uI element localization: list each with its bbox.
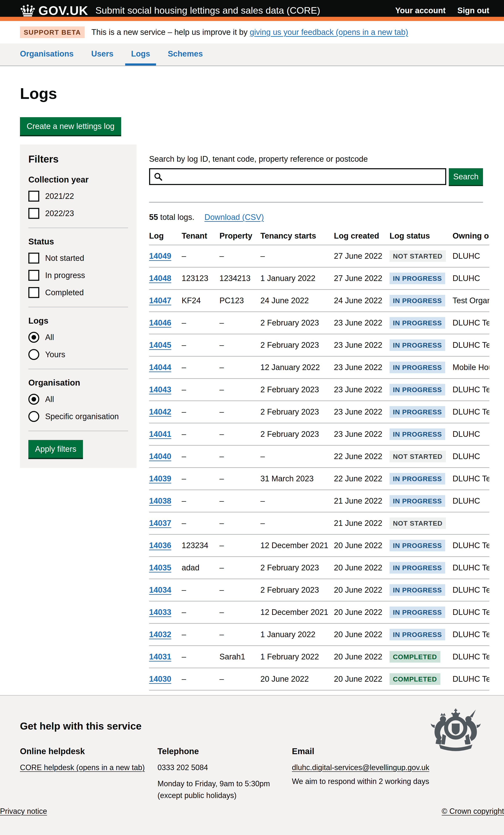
filter-group-label: Status [28, 237, 128, 246]
log-created-cell: 21 June 2022 [334, 490, 389, 512]
property-cell: – [219, 357, 260, 379]
privacy-notice-link[interactable]: Privacy notice [0, 807, 47, 816]
log-id-link[interactable]: 14031 [149, 652, 172, 661]
search-button[interactable]: Search [449, 168, 483, 185]
property-cell: – [219, 557, 260, 579]
column-header-log-status: Log status [389, 228, 452, 245]
log-status-cell: IN PROGRESS [389, 423, 452, 445]
crown-copyright-link[interactable]: © Crown copyright [442, 807, 504, 816]
service-name-link[interactable]: Submit social housing lettings and sales… [95, 5, 395, 16]
owning-organisation-cell: DLUHC Tes [452, 468, 489, 490]
royal-coat-of-arms [429, 707, 482, 752]
create-lettings-log-button[interactable]: Create a new lettings log [20, 117, 121, 135]
log-status-cell: IN PROGRESS [389, 624, 452, 646]
checkbox-box[interactable] [28, 270, 39, 281]
property-cell: – [219, 423, 260, 445]
property-cell: – [219, 512, 260, 534]
table-row: 14037 – – – 21 June 2022 NOT STARTED [149, 512, 489, 534]
tenant-cell: – [182, 512, 219, 534]
sign-out-link[interactable]: Sign out [457, 6, 489, 15]
checkbox-box[interactable] [28, 208, 39, 219]
tenancy-starts-cell: – [260, 512, 334, 534]
log-created-cell: 27 June 2022 [334, 245, 389, 267]
status-badge: IN PROGRESS [389, 629, 445, 640]
log-id-link[interactable]: 14047 [149, 296, 172, 305]
filter-divider [28, 431, 128, 431]
log-id-link[interactable]: 14037 [149, 519, 172, 528]
checkbox-option-2021-22[interactable]: 2021/22 [28, 191, 128, 202]
table-row: 14044 – – 12 January 2022 23 June 2022 I… [149, 357, 489, 379]
table-row: 14036 123234 – 12 December 2021 20 June … [149, 534, 489, 557]
log-status-cell: IN PROGRESS [389, 267, 452, 290]
nav-item-users[interactable]: Users [85, 43, 120, 65]
log-created-cell: 20 June 2022 [334, 624, 389, 646]
support-beta-tag: SUPPORT BETA [20, 26, 85, 38]
checkbox-box[interactable] [28, 287, 39, 298]
log-id-link[interactable]: 14033 [149, 608, 172, 616]
log-id-link[interactable]: 14040 [149, 452, 172, 461]
radio-label: Yours [45, 350, 65, 359]
radio-option-all-logs[interactable]: All [28, 332, 128, 343]
log-id-link[interactable]: 14038 [149, 496, 172, 505]
radio-option-yours[interactable]: Yours [28, 349, 128, 360]
log-id-link[interactable]: 14043 [149, 385, 172, 394]
property-cell: – [219, 245, 260, 267]
nav-item-logs[interactable]: Logs [125, 43, 156, 65]
log-id-link[interactable]: 14045 [149, 341, 172, 349]
checkbox-box[interactable] [28, 253, 39, 264]
radio-button[interactable] [28, 394, 39, 405]
checkbox-option-in-progress[interactable]: In progress [28, 270, 128, 281]
log-id-link[interactable]: 14032 [149, 630, 172, 639]
log-id-link[interactable]: 14049 [149, 251, 172, 260]
apply-filters-button[interactable]: Apply filters [28, 440, 83, 458]
log-id-link[interactable]: 14042 [149, 407, 172, 416]
log-id-link[interactable]: 14036 [149, 541, 172, 550]
log-id-link[interactable]: 14041 [149, 430, 172, 439]
filters-panel: Filters Collection year 2021/22 2022/23 … [20, 144, 137, 468]
owning-organisation-cell: DLUHC Tes [452, 624, 489, 646]
checkbox-option-not-started[interactable]: Not started [28, 253, 128, 264]
property-cell: – [219, 579, 260, 601]
log-id-link[interactable]: 14030 [149, 675, 172, 684]
checkbox-box[interactable] [28, 191, 39, 202]
radio-button[interactable] [28, 332, 39, 343]
filter-group-status: Status Not started In progress Completed [28, 237, 128, 298]
checkbox-option-completed[interactable]: Completed [28, 287, 128, 298]
email-link[interactable]: dluhc.digital-services@levellingup.gov.u… [292, 763, 429, 772]
checkbox-option-2022-23[interactable]: 2022/23 [28, 208, 128, 219]
radio-label: Specific organisation [45, 412, 119, 421]
log-id-link[interactable]: 14044 [149, 363, 172, 372]
nav-item-organisations[interactable]: Organisations [14, 43, 80, 65]
property-cell: – [219, 668, 260, 690]
log-status-cell: IN PROGRESS [389, 334, 452, 357]
govuk-logo-link[interactable]: GOV.UK [20, 3, 88, 18]
table-row: 14043 – – 2 February 2023 23 June 2022 I… [149, 379, 489, 401]
core-helpdesk-link[interactable]: CORE helpdesk (opens in a new tab) [20, 763, 145, 772]
nav-item-schemes[interactable]: Schemes [162, 43, 209, 65]
table-row: 14034 – – 2 February 2023 20 June 2022 I… [149, 579, 489, 601]
radio-option-all-organisations[interactable]: All [28, 394, 128, 405]
radio-label: All [45, 395, 54, 404]
filter-group-label: Logs [28, 316, 128, 326]
your-account-link[interactable]: Your account [395, 6, 446, 15]
radio-button[interactable] [28, 349, 39, 360]
log-id-link[interactable]: 14035 [149, 563, 172, 572]
log-id-link[interactable]: 14048 [149, 274, 172, 283]
feedback-link[interactable]: giving us your feedback (opens in a new … [250, 28, 408, 37]
table-row: 14033 – – 12 December 2021 20 June 2022 … [149, 601, 489, 624]
results-divider [149, 202, 483, 203]
download-csv-link[interactable]: Download (CSV) [204, 213, 264, 222]
checkbox-label: 2022/23 [45, 209, 74, 218]
radio-option-specific-organisation[interactable]: Specific organisation [28, 411, 128, 422]
log-id-link[interactable]: 14046 [149, 318, 172, 327]
footer: Get help with this service Online helpde… [0, 695, 504, 835]
log-id-link[interactable]: 14039 [149, 474, 172, 483]
table-row: 14035 adad – 2 February 2023 20 June 202… [149, 557, 489, 579]
log-id-link[interactable]: 14034 [149, 586, 172, 594]
search-input[interactable] [149, 168, 446, 185]
radio-button[interactable] [28, 411, 39, 422]
email-title: Email [292, 747, 441, 756]
property-cell: – [219, 312, 260, 334]
govuk-header: GOV.UK Submit social housing lettings an… [0, 0, 504, 21]
tenancy-starts-cell: 12 January 2022 [260, 357, 334, 379]
